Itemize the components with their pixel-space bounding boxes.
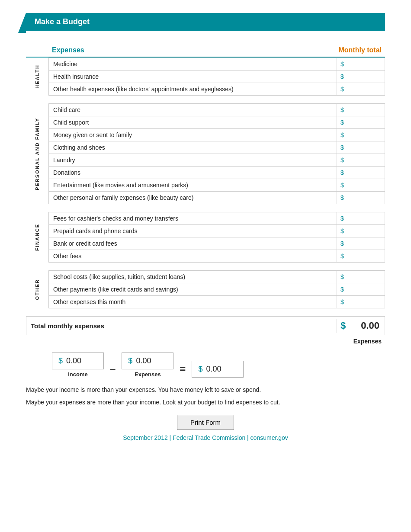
- expenses-formula-value: 0.00: [136, 356, 151, 365]
- table-row: Child support$: [49, 116, 385, 129]
- dollar-sign: $: [340, 215, 344, 222]
- table-row: Medicine$: [49, 58, 385, 71]
- dollar-sign: $: [340, 182, 344, 189]
- row-label: Other health expenses (like doctors' app…: [49, 83, 337, 95]
- section-rows-health: Medicine$Health insurance$Other health e…: [48, 58, 385, 96]
- table-row: Donations$: [49, 167, 385, 179]
- table-row: Money given or sent to family$: [49, 129, 385, 141]
- income-label: Income: [68, 371, 88, 378]
- row-label: Donations: [49, 167, 337, 179]
- row-label: Child care: [49, 104, 337, 116]
- expense-input[interactable]: [346, 73, 376, 80]
- dollar-sign: $: [340, 253, 344, 260]
- column-headers: Expenses Monthly total: [26, 44, 385, 58]
- row-label: Clothing and shoes: [49, 141, 337, 154]
- expense-input[interactable]: [346, 228, 376, 234]
- table-row: Other personal or family expenses (like …: [49, 192, 385, 204]
- dollar-sign: $: [340, 144, 344, 151]
- dollar-sign: $: [340, 169, 344, 176]
- section-other: OTHERSchool costs (like supplies, tuitio…: [26, 270, 385, 308]
- expense-input[interactable]: [346, 182, 376, 189]
- total-label: Total monthly expenses: [26, 319, 337, 333]
- row-label: Laundry: [49, 154, 337, 166]
- row-label: Other fees: [49, 250, 337, 262]
- dollar-sign: $: [340, 157, 344, 163]
- expenses-formula-col: $ 0.00 Expenses: [122, 353, 173, 378]
- income-box: $ 0.00: [52, 353, 104, 369]
- footer: September 2012 | Federal Trade Commissio…: [26, 434, 385, 441]
- expense-input[interactable]: [346, 144, 376, 151]
- row-label: Bank or credit card fees: [49, 237, 337, 250]
- row-value-cell: $: [337, 130, 385, 140]
- table-row: Other payments (like credit cards and sa…: [49, 283, 385, 296]
- equals-operator: =: [180, 363, 186, 378]
- monthly-total-column-header: Monthly total: [337, 46, 385, 54]
- row-value-cell: $: [337, 192, 385, 203]
- page-title: Make a Budget: [35, 17, 90, 26]
- row-value-cell: $: [337, 272, 385, 282]
- section-rows-personal-and-family: Child care$Child support$Money given or …: [48, 103, 385, 204]
- dollar-sign: $: [340, 119, 344, 126]
- expense-input[interactable]: [346, 119, 376, 126]
- expense-input[interactable]: [346, 253, 376, 260]
- expense-input[interactable]: [346, 298, 376, 305]
- section-label-personal-and-family: PERSONAL AND FAMILY: [35, 118, 40, 190]
- section-rows-other: School costs (like supplies, tuition, st…: [48, 270, 385, 308]
- expense-input[interactable]: [346, 86, 376, 93]
- section-label-finance: FINANCE: [35, 224, 40, 251]
- row-label: Child support: [49, 116, 337, 128]
- section-label-health: HEALTH: [35, 64, 40, 89]
- total-value: $ 0.00: [337, 317, 385, 335]
- income-col: $ 0.00 Income: [52, 353, 104, 378]
- expense-input[interactable]: [346, 157, 376, 163]
- row-label: Health insurance: [49, 71, 337, 83]
- row-label: Entertainment (like movies and amusement…: [49, 179, 337, 191]
- expense-input[interactable]: [346, 273, 376, 280]
- dollar-sign: $: [340, 228, 344, 234]
- result-col: $ 0.00: [192, 361, 244, 378]
- expense-input[interactable]: [346, 194, 376, 201]
- formula-row: $ 0.00 Income – $ 0.00 Expenses = $ 0.00: [52, 353, 385, 378]
- dollar-sign: $: [340, 286, 344, 293]
- section-label-container-finance: FINANCE: [26, 212, 48, 263]
- dollar-sign: $: [340, 61, 344, 67]
- dollar-sign: $: [340, 240, 344, 247]
- row-label: Other expenses this month: [49, 296, 337, 308]
- table-row: Health insurance$: [49, 71, 385, 83]
- expense-input[interactable]: [346, 169, 376, 176]
- dollar-sign: $: [340, 86, 344, 93]
- dollar-sign: $: [340, 106, 344, 113]
- section-rows-finance: Fees for cashier's checks and money tran…: [48, 212, 385, 263]
- row-value-cell: $: [337, 167, 385, 178]
- expense-input[interactable]: [346, 240, 376, 247]
- section-label-container-other: OTHER: [26, 270, 48, 308]
- total-dollar-sign: $: [340, 320, 346, 331]
- table-row: Other fees$: [49, 250, 385, 262]
- income-value: 0.00: [66, 356, 81, 365]
- expense-input[interactable]: [346, 61, 376, 67]
- expense-input[interactable]: [346, 106, 376, 113]
- dollar-sign: $: [340, 194, 344, 201]
- table-row: Fees for cashier's checks and money tran…: [49, 212, 385, 225]
- dollar-sign: $: [340, 131, 344, 138]
- dollar-sign: $: [340, 273, 344, 280]
- row-label: School costs (like supplies, tuition, st…: [49, 271, 337, 283]
- expenses-label-right: Expenses: [26, 338, 385, 345]
- table-row: Bank or credit card fees$: [49, 237, 385, 250]
- section-personal-and-family: PERSONAL AND FAMILYChild care$Child supp…: [26, 103, 385, 204]
- print-button[interactable]: Print Form: [177, 415, 234, 430]
- table-row: Child care$: [49, 104, 385, 116]
- expense-input[interactable]: [346, 131, 376, 138]
- expense-input[interactable]: [346, 215, 376, 222]
- table-row: Other expenses this month$: [49, 296, 385, 308]
- row-value-cell: $: [337, 155, 385, 165]
- row-value-cell: $: [337, 59, 385, 69]
- section-finance: FINANCEFees for cashier's checks and mon…: [26, 212, 385, 263]
- row-label: Other payments (like credit cards and sa…: [49, 283, 337, 295]
- row-value-cell: $: [337, 297, 385, 307]
- result-box: $ 0.00: [192, 361, 244, 378]
- expenses-column-header: Expenses: [52, 46, 84, 54]
- total-number: 0.00: [361, 320, 381, 331]
- info-text: Maybe your expenses are more than your i…: [26, 398, 385, 407]
- expense-input[interactable]: [346, 286, 376, 293]
